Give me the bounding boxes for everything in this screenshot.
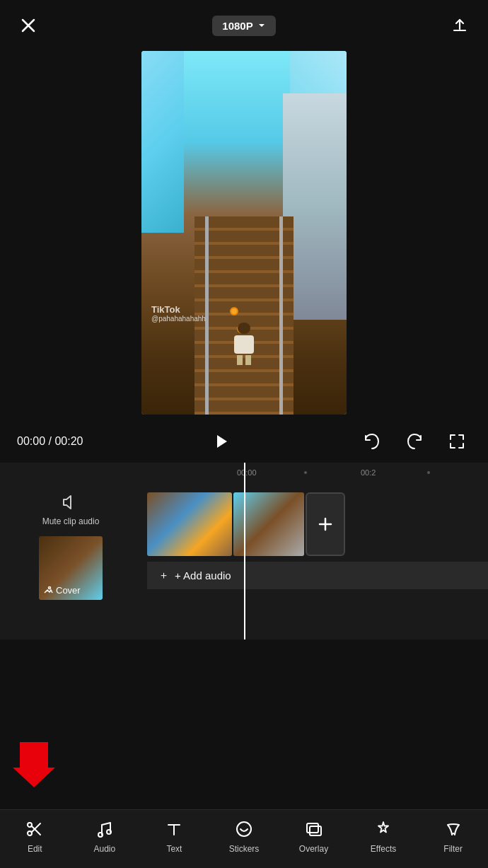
tool-filter[interactable]: Filter xyxy=(429,818,478,854)
tool-text[interactable]: Text xyxy=(149,818,199,854)
tool-audio-label: Audio xyxy=(93,844,115,854)
toolbar-spacer xyxy=(0,640,488,710)
playback-controls xyxy=(358,427,471,456)
svg-marker-4 xyxy=(64,496,71,509)
preview-area: TikTok @pahahahahahh xyxy=(0,51,488,420)
total-time: 00:20 xyxy=(54,435,83,447)
tool-filter-label: Filter xyxy=(443,844,463,854)
tiktok-logo: TikTok xyxy=(151,304,180,315)
resolution-label: 1080P xyxy=(222,20,252,32)
text-icon xyxy=(163,818,185,840)
ruler-mark-2: 00:2 xyxy=(361,468,376,477)
cover-label: Cover xyxy=(56,585,81,596)
mute-label: Mute clip audio xyxy=(42,516,100,528)
scene-track xyxy=(194,216,294,415)
scene-rail-right xyxy=(279,216,283,415)
music-icon xyxy=(94,818,115,840)
tool-edit-label: Edit xyxy=(28,844,42,854)
video-preview: TikTok @pahahahahahh xyxy=(141,51,347,415)
tool-stickers[interactable]: Stickers xyxy=(219,818,269,854)
top-bar: 1080P xyxy=(0,0,488,51)
tool-text-label: Text xyxy=(166,844,182,854)
svg-point-17 xyxy=(237,822,251,836)
time-display: 00:00 / 00:20 xyxy=(17,435,83,448)
add-audio-plus: ＋ xyxy=(158,569,169,582)
overlay-icon xyxy=(303,818,325,840)
svg-rect-18 xyxy=(307,823,318,833)
play-button[interactable] xyxy=(210,431,231,452)
timeline-area: Mute clip audio Cover ＋ + Add audio xyxy=(0,484,488,640)
ruler-mark-0: 00:00 xyxy=(237,468,257,477)
timeline-clips: ＋ + Add audio xyxy=(141,492,488,589)
fullscreen-button[interactable] xyxy=(443,427,471,456)
tool-overlay[interactable]: Overlay xyxy=(289,818,339,854)
clip-thumb-1[interactable] xyxy=(147,492,232,556)
bottom-toolbar: Edit Audio Text Sticker xyxy=(0,809,488,868)
scene-left-wall xyxy=(141,51,184,233)
tool-stickers-label: Stickers xyxy=(229,844,260,854)
scissors-icon xyxy=(24,818,45,840)
coin-1 xyxy=(230,307,238,316)
character xyxy=(231,323,257,365)
redo-button[interactable] xyxy=(400,427,429,456)
tool-edit[interactable]: Edit xyxy=(10,818,59,854)
add-audio-button[interactable]: ＋ + Add audio xyxy=(147,562,488,589)
export-button[interactable] xyxy=(446,11,474,40)
effects-icon xyxy=(373,818,394,840)
svg-point-14 xyxy=(107,830,111,834)
clip-track-1 xyxy=(147,492,488,556)
ruler-dot-1 xyxy=(304,471,307,474)
ruler-dot-2 xyxy=(427,471,430,474)
stickers-icon xyxy=(233,818,255,840)
controls-bar: 00:00 / 00:20 xyxy=(0,420,488,463)
cover-thumbnail[interactable]: Cover xyxy=(39,536,103,600)
add-audio-label: + Add audio xyxy=(175,569,231,581)
svg-point-5 xyxy=(49,587,51,589)
close-button[interactable] xyxy=(14,11,42,40)
tool-effects-label: Effects xyxy=(371,844,396,854)
playhead-line xyxy=(244,463,245,484)
red-arrow-indicator xyxy=(13,742,55,790)
svg-rect-19 xyxy=(310,826,321,835)
tool-overlay-label: Overlay xyxy=(299,844,328,854)
playhead-vertical xyxy=(244,484,245,640)
add-clip-button[interactable] xyxy=(306,492,345,556)
current-time: 00:00 xyxy=(17,435,45,447)
cover-label-overlay: Cover xyxy=(43,585,98,596)
svg-point-13 xyxy=(98,833,103,837)
tiktok-username: @pahahahahahh xyxy=(151,315,206,323)
mute-button[interactable]: Mute clip audio xyxy=(42,492,100,528)
tool-audio[interactable]: Audio xyxy=(80,818,129,854)
tool-effects[interactable]: Effects xyxy=(359,818,408,854)
timeline-ruler: 00:00 00:2 xyxy=(0,463,488,484)
resolution-selector[interactable]: 1080P xyxy=(212,16,275,36)
timeline-left-panel: Mute clip audio Cover xyxy=(0,492,141,600)
svg-marker-3 xyxy=(217,435,227,448)
filter-icon xyxy=(443,818,464,840)
undo-button[interactable] xyxy=(358,427,386,456)
tiktok-watermark: TikTok @pahahahahahh xyxy=(151,304,206,323)
svg-marker-8 xyxy=(13,742,55,787)
